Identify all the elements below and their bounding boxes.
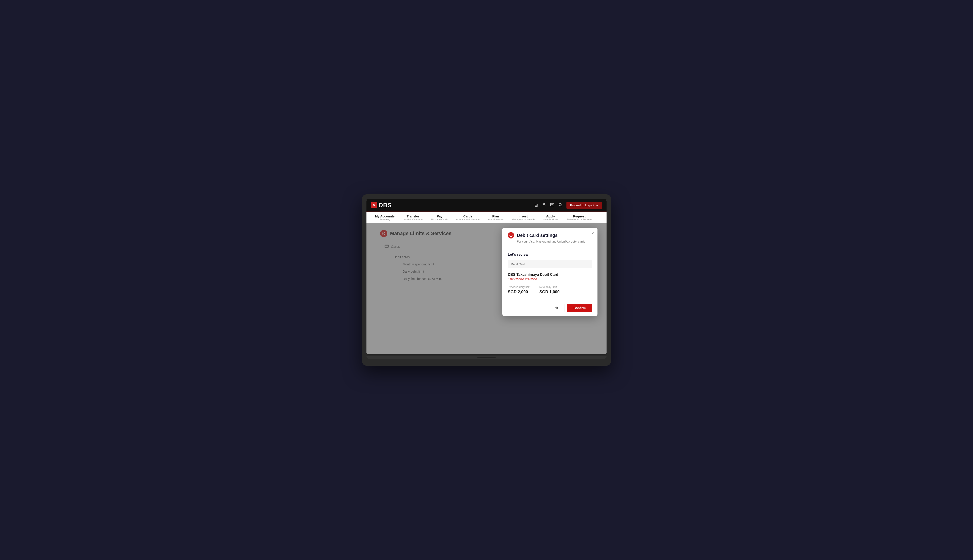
laptop-frame: ✕ DBS ⊞ xyxy=(362,194,611,366)
new-limit-col: New daily limit SGD 1,000 xyxy=(539,285,559,294)
sidebar-bg: Manage Limits & Services Cards xyxy=(366,223,607,354)
nav-item-invest[interactable]: Invest Manage your Wealth xyxy=(508,212,538,224)
card-name: DBS Takashimaya Debit Card xyxy=(508,273,592,277)
review-title: Let's review xyxy=(508,253,592,257)
limits-row: Previous daily limit SGD 2,000 New daily… xyxy=(508,285,592,294)
modal-header-top: Debit card settings xyxy=(508,232,592,238)
confirm-button[interactable]: Confirm xyxy=(567,303,592,312)
new-limit-label: New daily limit xyxy=(539,285,559,289)
modal-body: Let's review Debit Card DBS Takashimaya … xyxy=(502,247,597,300)
prev-limit-label: Previous daily limit xyxy=(508,285,530,289)
top-bar: ✕ DBS ⊞ xyxy=(366,199,607,212)
prev-limit-value: SGD 2,000 xyxy=(508,290,530,294)
nav-item-pay[interactable]: Pay Bills and Cards xyxy=(427,212,452,224)
card-number: 4284-2500-1122-5566 xyxy=(508,278,592,281)
svg-point-2 xyxy=(559,203,562,206)
dbs-brand-name: DBS xyxy=(379,202,392,209)
laptop-notch xyxy=(477,357,496,358)
edit-button[interactable]: Edit xyxy=(546,303,564,312)
top-icons: ⊞ Proceed to Logout xyxy=(535,202,602,209)
previous-limit-col: Previous daily limit SGD 2,000 xyxy=(508,285,530,294)
nav-item-request[interactable]: Request Statements or Services xyxy=(562,212,596,224)
svg-line-3 xyxy=(561,205,562,207)
laptop-screen: ✕ DBS ⊞ xyxy=(366,199,607,354)
modal-footer: Edit Confirm xyxy=(502,300,597,316)
logout-button[interactable]: Proceed to Logout → xyxy=(567,202,602,209)
modal-overlay: Debit card settings For your Visa, Maste… xyxy=(366,223,607,354)
dbs-icon: ✕ xyxy=(371,202,377,208)
svg-point-0 xyxy=(543,203,545,205)
laptop-base xyxy=(366,356,607,359)
dbs-logo: ✕ DBS xyxy=(371,202,392,209)
nav-item-apply[interactable]: Apply New Products xyxy=(538,212,562,224)
modal-panel: Debit card settings For your Visa, Maste… xyxy=(502,228,597,316)
modal-subtitle: For your Visa, Mastercard and UnionPay d… xyxy=(508,240,592,243)
modal-header-icon xyxy=(508,232,514,238)
nav-item-my-accounts[interactable]: My Accounts Summary xyxy=(371,212,399,224)
nav-item-cards[interactable]: Cards Activate and Manage xyxy=(452,212,483,224)
modal-close-button[interactable]: × xyxy=(591,231,594,235)
logout-arrow-icon: → xyxy=(595,203,599,207)
nav-item-transfer[interactable]: Transfer Local or Overseas xyxy=(399,212,427,224)
nav-bar: My Accounts Summary Transfer Local or Ov… xyxy=(366,212,607,223)
search-icon[interactable] xyxy=(558,203,562,208)
mail-icon[interactable] xyxy=(550,203,554,208)
user-icon[interactable] xyxy=(542,203,546,208)
modal-title: Debit card settings xyxy=(517,233,558,238)
review-section-label: Debit Card xyxy=(508,260,592,268)
nav-item-plan[interactable]: Plan Your Finances xyxy=(483,212,508,224)
new-limit-value: SGD 1,000 xyxy=(539,290,559,294)
grid-icon[interactable]: ⊞ xyxy=(535,203,538,208)
modal-header: Debit card settings For your Visa, Maste… xyxy=(502,228,597,247)
main-content: Manage Limits & Services Cards xyxy=(366,223,607,354)
